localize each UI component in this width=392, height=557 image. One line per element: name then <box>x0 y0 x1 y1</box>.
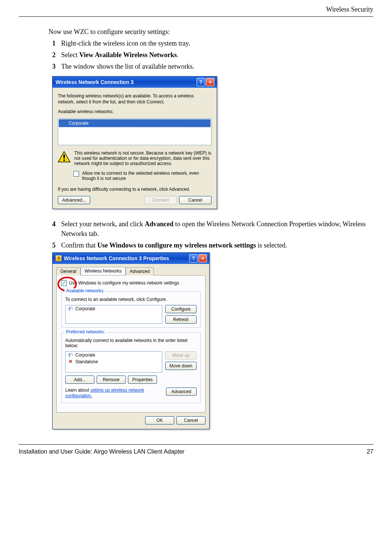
dialog-title: Wireless Network Connection 3 <box>56 79 196 85</box>
allow-connect-checkbox[interactable] <box>73 171 79 177</box>
step-4: 4 Select your network, and click Advance… <box>52 220 373 238</box>
page-number: 27 <box>367 448 373 455</box>
step-2: 2 Select View Available Wireless Network… <box>52 50 373 60</box>
dialog-description: The following wireless network(s) are av… <box>58 93 211 105</box>
ok-button[interactable]: OK <box>145 416 174 424</box>
step-text: Select View Available Wireless Networks. <box>61 50 373 60</box>
move-down-button[interactable]: Move down <box>165 362 197 370</box>
x-icon <box>68 359 73 364</box>
tab-advanced[interactable]: Advanced <box>126 267 154 276</box>
refresh-button[interactable]: Refresh <box>165 315 197 324</box>
step-1: 1 Right-click the wireless icon on the s… <box>52 39 373 48</box>
remove-button[interactable]: Remove <box>97 376 126 384</box>
difficulty-text: If you are having difficulty connecting … <box>58 186 211 192</box>
signal-icon <box>68 352 73 358</box>
group-title: Preferred networks: <box>65 329 107 334</box>
svg-rect-2 <box>63 159 65 161</box>
available-item-corporate[interactable]: Corporate <box>66 305 162 312</box>
cancel-button[interactable]: Cancel <box>179 196 211 204</box>
signal-icon <box>68 306 73 311</box>
preferred-networks-group: Preferred networks: Automatically connec… <box>61 332 201 403</box>
step-num: 2 <box>52 50 61 60</box>
network-list[interactable]: Corporate <box>58 118 211 145</box>
warning-text: This wireless network is not secure. Bec… <box>74 150 211 166</box>
svg-rect-1 <box>63 155 65 158</box>
close-button[interactable]: × <box>206 78 214 86</box>
step-text: Select your network, and click Advanced … <box>61 220 373 238</box>
allow-connect-label: Allow me to connect to the selected wire… <box>82 171 211 181</box>
available-networks-group: Available networks: To connect to an ava… <box>61 291 201 328</box>
move-up-button: Move up <box>165 351 197 360</box>
use-windows-label: Use Windows to configure my wireless net… <box>69 280 179 286</box>
network-name: Corporate <box>75 352 95 358</box>
step-text: Confirm that Use Windows to configure my… <box>61 241 373 250</box>
group-description: Automatically connect to available netwo… <box>65 338 197 348</box>
step-num: 4 <box>52 220 61 238</box>
footer-title: Installation and User Guide: Airgo Wirel… <box>19 448 185 455</box>
step-num: 1 <box>52 39 61 48</box>
close-button[interactable]: × <box>198 254 207 262</box>
page-footer: Installation and User Guide: Airgo Wirel… <box>19 444 373 455</box>
tab-strip: General Wireless Networks Advanced <box>53 264 209 275</box>
tab-wireless-networks[interactable]: Wireless Networks <box>81 267 126 275</box>
tab-general[interactable]: General <box>56 267 81 276</box>
intro-text: Now use WZC to configure security settin… <box>48 28 373 36</box>
connection-properties-dialog: ⬍ Wireless Network Connection 3 Properti… <box>52 252 210 429</box>
network-name: Corporate <box>69 121 88 126</box>
configure-button[interactable]: Configure <box>165 305 197 313</box>
available-list[interactable]: Corporate <box>65 305 162 324</box>
titlebar[interactable]: ⬍ Wireless Network Connection 3 Properti… <box>53 253 209 264</box>
wireless-connection-dialog: Wireless Network Connection 3 ? × The fo… <box>52 76 217 209</box>
warning-icon <box>58 151 70 162</box>
network-name: Standalone <box>75 359 98 364</box>
step-3: 3 The window shows the list of available… <box>52 62 373 71</box>
tab-panel: Use Windows to configure my wireless net… <box>56 275 206 413</box>
learn-text: Learn about setting up wireless network … <box>65 388 166 399</box>
group-description: To connect to an available network, clic… <box>65 297 197 302</box>
available-networks-label: Available wireless networks: <box>58 109 211 115</box>
advanced-tab-button[interactable]: Advanced <box>166 388 197 396</box>
titlebar[interactable]: Wireless Network Connection 3 ? × <box>53 77 217 88</box>
step-text: The window shows the list of available n… <box>61 62 373 71</box>
add-button[interactable]: Add... <box>65 376 94 384</box>
step-num: 5 <box>52 241 61 250</box>
preferred-item-standalone[interactable]: Standalone <box>66 358 162 365</box>
antenna-icon <box>61 121 66 126</box>
help-button[interactable]: ? <box>197 78 205 86</box>
page-header-section: Wireless Security <box>19 4 373 17</box>
advanced-button[interactable]: Advanced... <box>58 196 90 204</box>
step-num: 3 <box>52 62 61 71</box>
step-5: 5 Confirm that Use Windows to configure … <box>52 241 373 250</box>
step-text: Right-click the wireless icon on the sys… <box>61 39 373 48</box>
network-item-corporate[interactable]: Corporate <box>59 119 211 127</box>
use-windows-checkbox[interactable] <box>61 280 67 286</box>
group-title: Available networks: <box>65 288 106 293</box>
connect-button: Connect <box>144 196 177 204</box>
help-button[interactable]: ? <box>189 254 198 262</box>
properties-button[interactable]: Properties <box>128 376 157 384</box>
network-name: Corporate <box>75 306 95 311</box>
window-icon: ⬍ <box>56 255 62 261</box>
preferred-item-corporate[interactable]: Corporate <box>66 352 162 358</box>
cancel-button[interactable]: Cancel <box>176 416 206 424</box>
preferred-list[interactable]: Corporate Standalone <box>65 351 162 373</box>
dialog-title: Wireless Network Connection 3 Properties <box>64 255 188 261</box>
